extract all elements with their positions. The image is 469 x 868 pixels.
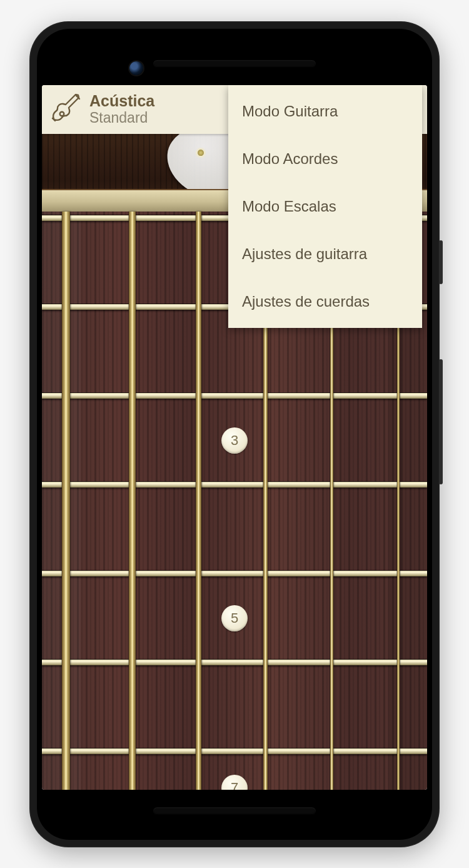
phone-volume-button [439,359,443,484]
string-4[interactable] [196,212,201,790]
guitar-type-label: Acústica [89,93,154,110]
fret-wire-6 [42,660,427,665]
phone-bezel: Acústica Standard G Modo Guitarra Modo A… [37,29,432,840]
guitar-selector-text: Acústica Standard [89,93,154,126]
string-5[interactable] [129,212,136,790]
app-screen: Acústica Standard G Modo Guitarra Modo A… [42,85,427,790]
string-6[interactable] [62,212,70,790]
earpiece-speaker [153,60,316,68]
menu-item-guitar-mode[interactable]: Modo Guitarra [228,88,422,135]
fret-marker-7: 7 [221,775,248,790]
fret-wire-4 [42,482,427,488]
phone-frame: Acústica Standard G Modo Guitarra Modo A… [29,21,440,847]
menu-item-chords-mode[interactable]: Modo Acordes [228,135,422,183]
front-camera [129,61,143,75]
menu-item-guitar-settings[interactable]: Ajustes de guitarra [228,230,422,278]
svg-point-0 [60,111,64,116]
tuning-label: Standard [89,110,154,126]
fret-marker-5: 5 [221,605,248,631]
fret-wire-3 [42,393,427,399]
phone-power-button [439,240,443,284]
menu-item-string-settings[interactable]: Ajustes de cuerdas [228,278,422,325]
fret-marker-3: 3 [221,427,248,454]
main-menu-popup: Modo Guitarra Modo Acordes Modo Escalas … [228,85,422,328]
menu-item-scales-mode[interactable]: Modo Escalas [228,183,422,230]
bottom-speaker [153,807,316,815]
fret-wire-5 [42,571,427,576]
guitar-icon [51,94,82,125]
fret-wire-7 [42,748,427,754]
